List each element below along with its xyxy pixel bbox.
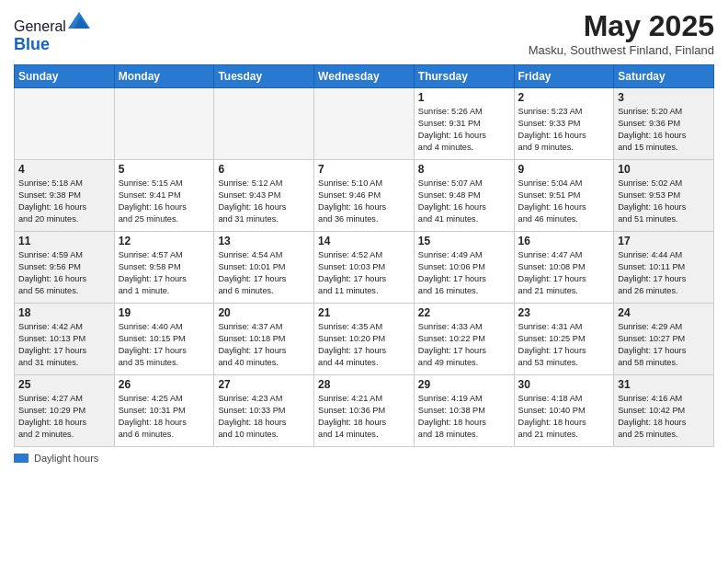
day-number: 23 — [518, 306, 610, 319]
day-info: Sunrise: 4:49 AM Sunset: 10:06 PM Daylig… — [418, 249, 510, 297]
day-info: Sunrise: 4:59 AM Sunset: 9:56 PM Dayligh… — [18, 249, 110, 297]
calendar-table: SundayMondayTuesdayWednesdayThursdayFrid… — [14, 64, 714, 447]
day-info: Sunrise: 5:04 AM Sunset: 9:51 PM Dayligh… — [518, 178, 610, 225]
calendar-cell: 22Sunrise: 4:33 AM Sunset: 10:22 PM Dayl… — [414, 304, 514, 375]
calendar-week-3: 11Sunrise: 4:59 AM Sunset: 9:56 PM Dayli… — [15, 232, 714, 304]
calendar-cell: 28Sunrise: 4:21 AM Sunset: 10:36 PM Dayl… — [314, 375, 415, 447]
calendar-cell: 10Sunrise: 5:02 AM Sunset: 9:53 PM Dayli… — [614, 160, 714, 232]
day-info: Sunrise: 5:26 AM Sunset: 9:31 PM Dayligh… — [418, 106, 510, 154]
calendar-cell: 31Sunrise: 4:16 AM Sunset: 10:42 PM Dayl… — [614, 375, 714, 447]
day-number: 15 — [418, 235, 510, 247]
day-number: 11 — [18, 235, 110, 247]
calendar-cell: 30Sunrise: 4:18 AM Sunset: 10:40 PM Dayl… — [514, 375, 614, 447]
day-info: Sunrise: 4:33 AM Sunset: 10:22 PM Daylig… — [418, 321, 510, 369]
day-number: 31 — [618, 378, 710, 391]
logo-blue-text: Blue — [14, 35, 50, 53]
day-info: Sunrise: 4:31 AM Sunset: 10:25 PM Daylig… — [518, 321, 610, 369]
day-info: Sunrise: 4:54 AM Sunset: 10:01 PM Daylig… — [218, 249, 310, 297]
day-info: Sunrise: 4:44 AM Sunset: 10:11 PM Daylig… — [618, 249, 710, 297]
calendar-cell: 20Sunrise: 4:37 AM Sunset: 10:18 PM Dayl… — [214, 304, 314, 375]
day-number: 28 — [318, 378, 410, 391]
weekday-header-row: SundayMondayTuesdayWednesdayThursdayFrid… — [15, 65, 714, 88]
legend-color-box — [14, 454, 28, 463]
month-title: May 2025 — [529, 9, 714, 43]
calendar-cell: 14Sunrise: 4:52 AM Sunset: 10:03 PM Dayl… — [314, 232, 415, 304]
day-info: Sunrise: 4:37 AM Sunset: 10:18 PM Daylig… — [218, 321, 310, 369]
calendar-cell: 23Sunrise: 4:31 AM Sunset: 10:25 PM Dayl… — [514, 304, 614, 375]
calendar-cell: 26Sunrise: 4:25 AM Sunset: 10:31 PM Dayl… — [114, 375, 214, 447]
logo: General Blue — [14, 9, 90, 54]
calendar-cell: 11Sunrise: 4:59 AM Sunset: 9:56 PM Dayli… — [15, 232, 115, 304]
calendar-cell: 17Sunrise: 4:44 AM Sunset: 10:11 PM Dayl… — [614, 232, 714, 304]
day-number: 4 — [18, 163, 110, 176]
calendar-cell: 9Sunrise: 5:04 AM Sunset: 9:51 PM Daylig… — [514, 160, 614, 232]
calendar-cell: 29Sunrise: 4:19 AM Sunset: 10:38 PM Dayl… — [414, 375, 514, 447]
logo-icon — [68, 9, 90, 31]
day-number: 5 — [119, 163, 210, 176]
day-info: Sunrise: 4:27 AM Sunset: 10:29 PM Daylig… — [18, 393, 110, 441]
title-block: May 2025 Masku, Southwest Finland, Finla… — [529, 9, 714, 57]
day-number: 8 — [418, 163, 510, 176]
day-number: 12 — [119, 235, 210, 247]
day-number: 22 — [418, 306, 510, 319]
day-info: Sunrise: 5:23 AM Sunset: 9:33 PM Dayligh… — [518, 106, 610, 154]
calendar-cell: 16Sunrise: 4:47 AM Sunset: 10:08 PM Dayl… — [514, 232, 614, 304]
day-info: Sunrise: 4:18 AM Sunset: 10:40 PM Daylig… — [518, 393, 610, 441]
day-info: Sunrise: 5:10 AM Sunset: 9:46 PM Dayligh… — [318, 178, 410, 225]
weekday-header-wednesday: Wednesday — [314, 65, 415, 88]
calendar-cell: 5Sunrise: 5:15 AM Sunset: 9:41 PM Daylig… — [114, 160, 214, 232]
day-number: 21 — [318, 306, 410, 319]
day-info: Sunrise: 4:25 AM Sunset: 10:31 PM Daylig… — [119, 393, 210, 441]
day-info: Sunrise: 5:12 AM Sunset: 9:43 PM Dayligh… — [218, 178, 310, 225]
day-number: 3 — [618, 91, 710, 104]
legend-label: Daylight hours — [34, 453, 98, 464]
legend: Daylight hours — [14, 453, 714, 464]
calendar-cell: 8Sunrise: 5:07 AM Sunset: 9:48 PM Daylig… — [414, 160, 514, 232]
day-info: Sunrise: 5:07 AM Sunset: 9:48 PM Dayligh… — [418, 178, 510, 225]
calendar-cell: 27Sunrise: 4:23 AM Sunset: 10:33 PM Dayl… — [214, 375, 314, 447]
day-number: 25 — [18, 378, 110, 391]
page: General Blue May 2025 Masku, Southwest F… — [0, 0, 728, 563]
calendar-cell: 25Sunrise: 4:27 AM Sunset: 10:29 PM Dayl… — [15, 375, 115, 447]
calendar-cell: 19Sunrise: 4:40 AM Sunset: 10:15 PM Dayl… — [114, 304, 214, 375]
day-number: 2 — [518, 91, 610, 104]
day-number: 1 — [418, 91, 510, 104]
logo-general-text: General — [14, 18, 66, 34]
weekday-header-monday: Monday — [114, 65, 214, 88]
calendar-cell — [114, 88, 214, 160]
calendar-cell: 12Sunrise: 4:57 AM Sunset: 9:58 PM Dayli… — [114, 232, 214, 304]
calendar-cell — [15, 88, 115, 160]
calendar-cell: 15Sunrise: 4:49 AM Sunset: 10:06 PM Dayl… — [414, 232, 514, 304]
calendar-cell: 13Sunrise: 4:54 AM Sunset: 10:01 PM Dayl… — [214, 232, 314, 304]
day-info: Sunrise: 4:42 AM Sunset: 10:13 PM Daylig… — [18, 321, 110, 369]
calendar-cell: 7Sunrise: 5:10 AM Sunset: 9:46 PM Daylig… — [314, 160, 415, 232]
day-info: Sunrise: 4:40 AM Sunset: 10:15 PM Daylig… — [119, 321, 210, 369]
weekday-header-saturday: Saturday — [614, 65, 714, 88]
day-info: Sunrise: 4:19 AM Sunset: 10:38 PM Daylig… — [418, 393, 510, 441]
day-number: 16 — [518, 235, 610, 247]
calendar-cell: 1Sunrise: 5:26 AM Sunset: 9:31 PM Daylig… — [414, 88, 514, 160]
day-info: Sunrise: 4:29 AM Sunset: 10:27 PM Daylig… — [618, 321, 710, 369]
weekday-header-sunday: Sunday — [15, 65, 115, 88]
day-info: Sunrise: 4:47 AM Sunset: 10:08 PM Daylig… — [518, 249, 610, 297]
calendar-cell: 3Sunrise: 5:20 AM Sunset: 9:36 PM Daylig… — [614, 88, 714, 160]
day-number: 30 — [518, 378, 610, 391]
day-number: 18 — [18, 306, 110, 319]
calendar-cell: 24Sunrise: 4:29 AM Sunset: 10:27 PM Dayl… — [614, 304, 714, 375]
day-number: 17 — [618, 235, 710, 247]
calendar-cell: 21Sunrise: 4:35 AM Sunset: 10:20 PM Dayl… — [314, 304, 415, 375]
day-info: Sunrise: 5:15 AM Sunset: 9:41 PM Dayligh… — [119, 178, 210, 225]
day-number: 26 — [119, 378, 210, 391]
day-info: Sunrise: 4:35 AM Sunset: 10:20 PM Daylig… — [318, 321, 410, 369]
day-number: 27 — [218, 378, 310, 391]
calendar-cell: 18Sunrise: 4:42 AM Sunset: 10:13 PM Dayl… — [15, 304, 115, 375]
calendar-cell: 6Sunrise: 5:12 AM Sunset: 9:43 PM Daylig… — [214, 160, 314, 232]
day-info: Sunrise: 5:18 AM Sunset: 9:38 PM Dayligh… — [18, 178, 110, 225]
day-number: 13 — [218, 235, 310, 247]
day-number: 19 — [119, 306, 210, 319]
calendar-week-1: 1Sunrise: 5:26 AM Sunset: 9:31 PM Daylig… — [15, 88, 714, 160]
weekday-header-tuesday: Tuesday — [214, 65, 314, 88]
weekday-header-thursday: Thursday — [414, 65, 514, 88]
day-info: Sunrise: 4:52 AM Sunset: 10:03 PM Daylig… — [318, 249, 410, 297]
calendar-cell — [314, 88, 415, 160]
